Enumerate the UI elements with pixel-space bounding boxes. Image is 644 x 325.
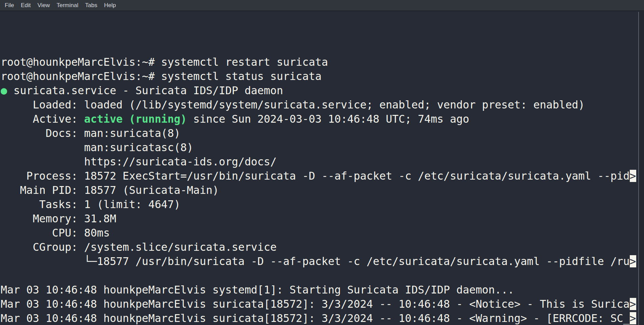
terminal-text: Mar 03 10:46:48 hounkpeMarcElvis systemd…	[1, 284, 514, 296]
terminal-line: root@hounkpeMarcElvis:~# systemctl statu…	[1, 69, 638, 83]
terminal-text: Mar 03 10:46:48 hounkpeMarcElvis suricat…	[1, 312, 630, 324]
menu-item-file[interactable]: File	[1, 0, 17, 11]
terminal-screen[interactable]: root@hounkpeMarcElvis:~# systemctl resta…	[1, 12, 638, 325]
terminal-line: CPU: 80ms	[1, 226, 638, 240]
truncation-marker: >	[630, 170, 636, 182]
terminal-line	[1, 268, 638, 283]
menu-item-view[interactable]: View	[34, 0, 53, 11]
terminal-text: CPU: 80ms	[1, 227, 110, 239]
terminal-line: └─18577 /usr/bin/suricata -D --af-packet…	[1, 254, 638, 268]
terminal-text: since Sun 2024-03-03 10:46:48 UTC; 74ms …	[187, 113, 469, 125]
terminal-text: CGroup: /system.slice/suricata.service	[1, 241, 276, 253]
menu-item-edit[interactable]: Edit	[17, 0, 34, 11]
terminal-line: root@hounkpeMarcElvis:~# systemctl resta…	[1, 55, 638, 69]
terminal-line: CGroup: /system.slice/suricata.service	[1, 240, 638, 254]
terminal-line: Mar 03 10:46:48 hounkpeMarcElvis systemd…	[1, 283, 638, 297]
terminal-line: Tasks: 1 (limit: 4647)	[1, 197, 638, 211]
terminal-text: https://suricata-ids.org/docs/	[1, 156, 276, 168]
terminal-line: Mar 03 10:46:48 hounkpeMarcElvis suricat…	[1, 297, 638, 311]
terminal-text: root@hounkpeMarcElvis:~# systemctl statu…	[1, 70, 321, 82]
terminal-line: Memory: 31.8M	[1, 211, 638, 226]
terminal-text: Main PID: 18577 (Suricata-Main)	[1, 184, 219, 196]
terminal[interactable]: root@hounkpeMarcElvis:~# systemctl resta…	[0, 12, 644, 325]
terminal-text: root@hounkpeMarcElvis:~# systemctl resta…	[1, 56, 328, 68]
truncation-marker: >	[630, 298, 636, 310]
menu-bar: FileEditViewTerminalTabsHelp	[0, 0, 644, 11]
terminal-line: man:suricatasc(8)	[1, 140, 638, 155]
terminal-text: suricata.service - Suricata IDS/IDP daem…	[7, 84, 283, 97]
terminal-text: Mar 03 10:46:48 hounkpeMarcElvis suricat…	[1, 298, 630, 310]
terminal-line: Main PID: 18577 (Suricata-Main)	[1, 183, 638, 197]
terminal-line: Mar 03 10:46:48 hounkpeMarcElvis suricat…	[1, 311, 638, 325]
terminal-text: Docs: man:suricata(8)	[1, 127, 180, 139]
service-status-dot-icon: ●	[1, 84, 7, 97]
terminal-line: Docs: man:suricata(8)	[1, 126, 638, 140]
terminal-line: Active: active (running) since Sun 2024-…	[1, 112, 638, 126]
menu-item-tabs[interactable]: Tabs	[82, 0, 101, 11]
terminal-line: Process: 18572 ExecStart=/usr/bin/surica…	[1, 169, 638, 183]
terminal-line: https://suricata-ids.org/docs/	[1, 155, 638, 169]
truncation-marker: >	[630, 255, 636, 267]
terminal-text: └─18577 /usr/bin/suricata -D --af-packet…	[1, 255, 630, 267]
menu-item-terminal[interactable]: Terminal	[53, 0, 82, 11]
terminal-line: ● suricata.service - Suricata IDS/IDP da…	[1, 83, 638, 98]
terminal-text: Process: 18572 ExecStart=/usr/bin/surica…	[1, 170, 630, 182]
terminal-text: active (running)	[84, 113, 187, 125]
terminal-line: Loaded: loaded (/lib/systemd/system/suri…	[1, 98, 638, 112]
terminal-text: Active:	[1, 113, 84, 125]
terminal-text: man:suricatasc(8)	[1, 141, 193, 154]
terminal-text: Tasks: 1 (limit: 4647)	[1, 198, 180, 210]
truncation-marker: >	[630, 312, 636, 324]
terminal-text: Memory: 31.8M	[1, 212, 116, 225]
scrollbar[interactable]	[638, 12, 644, 325]
terminal-text: Loaded: loaded (/lib/systemd/system/suri…	[1, 99, 585, 111]
menu-item-help[interactable]: Help	[101, 0, 119, 11]
